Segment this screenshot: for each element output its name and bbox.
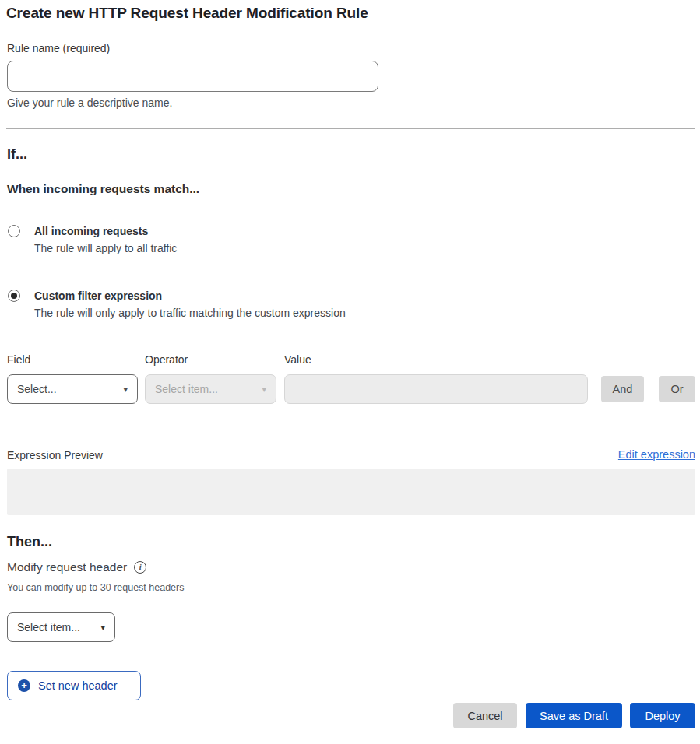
chevron-down-icon: ▾ [100, 623, 105, 633]
set-new-header-button[interactable]: + Set new header [7, 671, 141, 700]
operator-select: Select item... ▾ [145, 374, 276, 404]
modify-request-header-label: Modify request header [7, 560, 127, 574]
modify-header-row: Modify request header i [7, 560, 146, 574]
radio-description: The rule will apply to all traffic [34, 242, 177, 254]
deploy-button[interactable]: Deploy [630, 703, 695, 728]
edit-expression-link[interactable]: Edit expression [618, 448, 695, 461]
radio-option-all-incoming[interactable]: All incoming requests The rule will appl… [8, 224, 177, 254]
or-button[interactable]: Or [659, 376, 695, 402]
expression-preview-label: Expression Preview [7, 449, 103, 461]
save-as-draft-button[interactable]: Save as Draft [526, 703, 622, 728]
and-button[interactable]: And [601, 376, 644, 402]
radio-label: All incoming requests [34, 224, 177, 238]
chevron-down-icon: ▾ [262, 384, 266, 395]
value-label: Value [284, 353, 311, 366]
radio-label: Custom filter expression [34, 289, 346, 303]
operator-select-placeholder: Select item... [155, 383, 218, 395]
create-rule-page: Create new HTTP Request Header Modificat… [0, 0, 700, 744]
cancel-button[interactable]: Cancel [453, 703, 517, 728]
if-section-heading: If... [7, 146, 27, 163]
section-divider [6, 128, 695, 129]
chevron-down-icon: ▾ [123, 384, 128, 395]
header-select-placeholder: Select item... [17, 621, 80, 633]
rule-name-label: Rule name (required) [7, 42, 110, 54]
match-subheading: When incoming requests match... [7, 182, 199, 196]
modify-header-helper: You can modify up to 30 request headers [7, 582, 184, 593]
set-new-header-label: Set new header [38, 679, 118, 692]
field-select-placeholder: Select... [17, 383, 57, 395]
operator-label: Operator [145, 353, 188, 366]
header-name-select[interactable]: Select item... ▾ [7, 612, 115, 642]
info-icon[interactable]: i [134, 561, 146, 574]
rule-name-helper: Give your rule a descriptive name. [7, 97, 172, 109]
then-section-heading: Then... [7, 534, 52, 550]
plus-icon: + [18, 679, 30, 692]
expression-preview-box [7, 469, 695, 515]
field-select[interactable]: Select... ▾ [7, 374, 138, 404]
radio-button-unselected[interactable] [8, 225, 20, 237]
rule-name-input[interactable] [7, 61, 378, 92]
page-title: Create new HTTP Request Header Modificat… [6, 5, 368, 22]
value-input [284, 374, 588, 404]
radio-option-custom-filter[interactable]: Custom filter expression The rule will o… [8, 289, 346, 319]
field-label: Field [7, 353, 30, 366]
radio-description: The rule will only apply to traffic matc… [34, 307, 346, 319]
radio-button-selected[interactable] [8, 290, 20, 302]
